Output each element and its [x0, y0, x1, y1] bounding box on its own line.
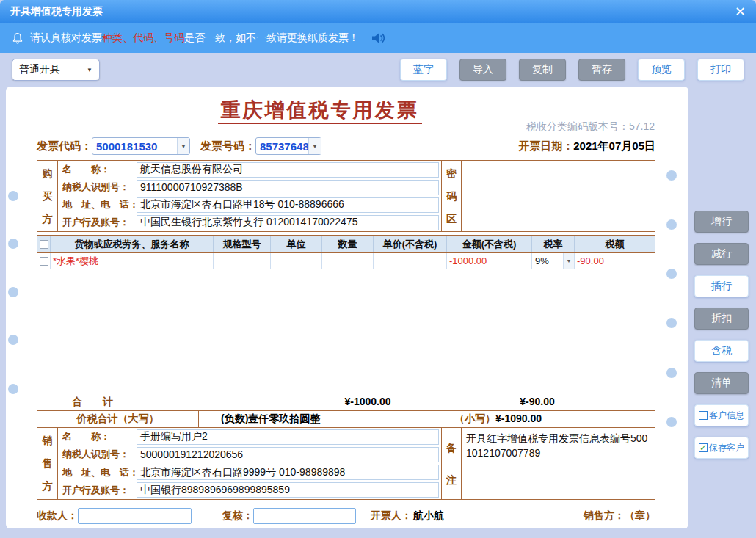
remark-field[interactable]: 开具红字增值税专用发票信息表编号5001012107007789 [462, 428, 655, 499]
preview-button[interactable]: 预览 [638, 59, 685, 81]
seller-name-field[interactable]: 手册编写用户2 [137, 429, 439, 445]
chevron-down-icon: ▼ [87, 67, 92, 73]
remark-label: 备注 [441, 428, 462, 499]
select-all-checkbox[interactable] [40, 240, 48, 249]
import-button[interactable]: 导入 [459, 59, 506, 81]
seller-taxid-field[interactable]: 500000191212020656 [137, 447, 439, 462]
summary-label: 价税合计（大写） [37, 411, 199, 427]
header-amount: 金额(不含税) [447, 236, 532, 252]
header-quantity: 数量 [322, 236, 374, 252]
invoice-code-label: 发票代码： [37, 139, 92, 153]
item-name-cell[interactable]: *水果*樱桃 [51, 253, 214, 269]
notice-text: 请认真核对发票种类、代码、号码是否一致，如不一致请更换纸质发票！ [30, 32, 359, 45]
total-label: 合 计 [72, 396, 113, 409]
select-all-cell [37, 236, 51, 252]
totals-row: 合 计 ¥-1000.00 ¥-90.00 [37, 393, 655, 410]
invoice-title-text: 重庆增值税专用发票 [218, 98, 422, 124]
invoice-code-select[interactable]: 5000181530 ▼ [92, 137, 190, 155]
discount-button[interactable]: 折扣 [694, 308, 749, 330]
seller-fields: 名 称： 手册编写用户2 纳税人识别号： 500000191212020656 … [58, 428, 441, 499]
row-checkbox[interactable] [40, 257, 48, 266]
reviewer-label: 复核： [222, 509, 253, 523]
summary-row: 价税合计（大写） (负数)壹仟零玖拾圆整 （小写） ¥-1090.00 [37, 411, 655, 428]
side-button-panel: 增行 减行 插行 折扣 含税 清单 客户信息 保存客户 [694, 211, 749, 459]
buyer-taxid-field[interactable]: 91110000710927388B [137, 180, 439, 195]
seller-side-label: 销售方 [37, 428, 58, 499]
total-tax: ¥-90.00 [479, 396, 596, 407]
invoice-number-label: 发票号码： [200, 139, 255, 153]
item-row: *水果*樱桃 -1000.00 9% ▼ -90.00 [37, 253, 655, 269]
header-tax: 税额 [575, 236, 655, 252]
invoice-mode-value: 普通开具 [19, 63, 60, 76]
items-header-row: 货物或应税劳务、服务名称 规格型号 单位 数量 单价(不含税) 金额(不含税) … [37, 236, 655, 253]
buyer-side-label-text: 购买方 [42, 162, 53, 230]
speaker-icon[interactable] [371, 32, 385, 45]
decorative-dot [666, 368, 677, 378]
decorative-dot [8, 239, 18, 249]
customer-info-checkbox[interactable] [699, 411, 708, 420]
reviewer-input[interactable] [253, 508, 356, 524]
summary-small: （小写） ¥-1090.00 [454, 412, 542, 426]
chevron-down-icon: ▼ [177, 138, 189, 154]
decorative-dot [666, 318, 677, 328]
buyer-name-label: 名 称： [58, 163, 137, 176]
item-tax-cell[interactable]: -90.00 [575, 253, 655, 269]
item-price-cell[interactable] [374, 253, 447, 269]
password-area-label: 密码区 [441, 161, 462, 231]
payee-input[interactable] [78, 508, 192, 524]
customer-info-button[interactable]: 客户信息 [694, 404, 749, 426]
remove-row-button[interactable]: 减行 [694, 243, 749, 265]
seller-bank-field[interactable]: 中国银行8989896969899895859 [137, 482, 439, 498]
buyer-name-field[interactable]: 航天信息股份有限公司 [137, 162, 439, 178]
temp-save-button[interactable]: 暂存 [578, 59, 625, 81]
decorative-dot [8, 384, 18, 394]
print-button[interactable]: 打印 [697, 59, 744, 81]
item-amount-cell[interactable]: -1000.00 [447, 253, 532, 269]
seller-side-label-text: 销售方 [42, 429, 53, 498]
add-row-button[interactable]: 增行 [694, 211, 749, 233]
items-table: 货物或应税劳务、服务名称 规格型号 单位 数量 单价(不含税) 金额(不含税) … [37, 235, 655, 411]
seller-address-label: 地 址、电 话： [58, 466, 137, 479]
invoice-title: 重庆增值税专用发票 [6, 97, 634, 123]
buyer-bank-field[interactable]: 中国民生银行北京紫竹支行 0120014170022475 [137, 215, 439, 230]
header-unit-price: 单价(不含税) [374, 236, 447, 252]
buyer-section: 购买方 名 称： 航天信息股份有限公司 纳税人识别号： 911100007109… [37, 160, 655, 232]
summary-amount-words: (负数)壹仟零玖拾圆整 [221, 412, 320, 426]
invoice-mode-select[interactable]: 普通开具 ▼ [12, 59, 100, 81]
invoice-number-value: 85737648 [256, 140, 308, 153]
item-spec-cell[interactable] [214, 253, 271, 269]
item-unit-cell[interactable] [271, 253, 322, 269]
chevron-down-icon: ▼ [308, 138, 321, 154]
close-icon[interactable]: ✕ [735, 5, 746, 18]
titlebar: 开具增值税专用发票 ✕ [0, 0, 756, 23]
item-taxrate-select[interactable]: 9% ▼ [532, 253, 575, 269]
item-taxrate-value: 9% [532, 255, 563, 266]
buyer-address-label: 地 址、电 话： [58, 198, 137, 211]
remark-label-text: 备注 [446, 432, 457, 496]
payee-label: 收款人： [37, 509, 78, 523]
password-area-label-text: 密码区 [446, 162, 457, 230]
buyer-fields: 名 称： 航天信息股份有限公司 纳税人识别号： 9111000071092738… [58, 161, 441, 231]
list-button[interactable]: 清单 [694, 372, 749, 394]
tax-included-button[interactable]: 含税 [694, 340, 749, 362]
invoice-number-select[interactable]: 85737648 ▼ [255, 137, 321, 155]
seller-address-field[interactable]: 北京市海淀区杏石口路9999号 010-98989898 [137, 465, 439, 480]
notice-text-before: 请认真核对发票 [30, 32, 102, 43]
copy-button[interactable]: 复制 [519, 59, 566, 81]
insert-row-button[interactable]: 插行 [694, 275, 749, 297]
customer-info-label: 客户信息 [709, 410, 744, 422]
save-customer-checkbox[interactable] [699, 443, 708, 452]
save-customer-button[interactable]: 保存客户 [694, 437, 749, 459]
window-title: 开具增值税专用发票 [10, 5, 103, 18]
toolbar: 普通开具 ▼ 蓝字 导入 复制 暂存 预览 打印 [0, 53, 756, 87]
invoice-date-value: 2021年07月05日 [573, 139, 655, 153]
notice-text-highlight: 种类、代码、号码 [102, 32, 184, 43]
seller-stamp-label: 销售方： [584, 509, 625, 523]
chevron-down-icon: ▼ [563, 253, 574, 269]
buyer-address-field[interactable]: 北京市海淀区杏石口路甲18号 010-88896666 [137, 197, 439, 213]
invoice-panel: 重庆增值税专用发票 税收分类编码版本号：57.12 发票代码： 50001815… [6, 87, 688, 528]
invoice-code-row: 发票代码： 5000181530 ▼ 发票号码： 85737648 ▼ 开票日期… [37, 137, 655, 156]
blue-invoice-button[interactable]: 蓝字 [400, 59, 447, 81]
item-quantity-cell[interactable] [322, 253, 374, 269]
invoice-date-label: 开票日期： [518, 139, 573, 153]
